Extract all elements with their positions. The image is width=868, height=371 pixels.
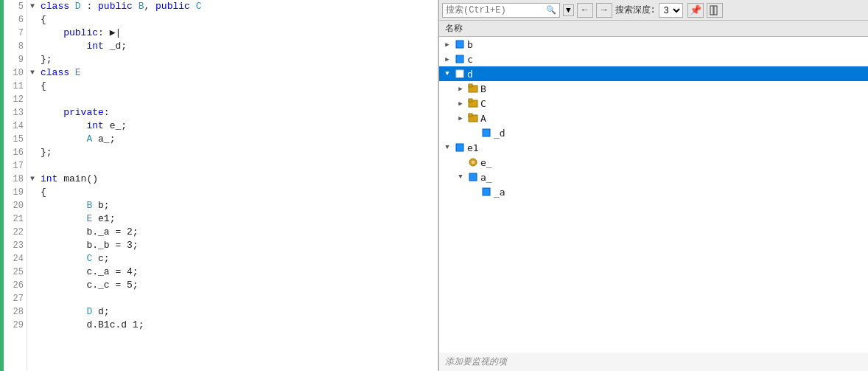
svg-rect-15 xyxy=(469,173,477,181)
tree-toggle[interactable]: ▶ xyxy=(455,113,466,123)
depth-label: 搜索深度: xyxy=(615,4,656,16)
svg-rect-8 xyxy=(469,99,472,102)
blue-cube-icon xyxy=(452,142,467,153)
line-number: 27 xyxy=(13,292,24,305)
code-line: c._c = 5; xyxy=(41,279,438,292)
code-line: D d; xyxy=(41,305,438,319)
tree-item[interactable]: _d xyxy=(439,125,868,140)
code-line: class D : public B, public C xyxy=(41,0,438,13)
tree-item-name: C xyxy=(480,98,486,109)
tree-item[interactable]: _a xyxy=(439,184,868,199)
fold-indicator[interactable]: ▼ xyxy=(30,66,35,80)
code-line: B b; xyxy=(41,199,438,212)
pin-button[interactable]: 📌 xyxy=(687,3,704,18)
tree-item[interactable]: ▼ d xyxy=(439,66,868,81)
svg-rect-2 xyxy=(456,41,463,48)
code-content: class D : public B, public C{ public: ▶|… xyxy=(38,0,438,371)
code-line: { xyxy=(41,13,438,27)
line-number: 25 xyxy=(13,266,24,279)
tree-item-name: e1 xyxy=(467,142,479,153)
line-number: 29 xyxy=(13,319,24,332)
line-number: 9 xyxy=(18,53,24,66)
columns-button[interactable] xyxy=(707,3,723,18)
tree-item[interactable]: e_ xyxy=(439,155,868,170)
tree-toggle[interactable]: ▼ xyxy=(442,142,452,153)
tree-toggle[interactable]: ▼ xyxy=(455,172,466,182)
line-number: 6 xyxy=(18,13,24,27)
code-line: b._a = 2; xyxy=(41,226,438,239)
code-line: }; xyxy=(41,146,438,159)
tree-toggle[interactable]: ▶ xyxy=(455,83,466,94)
tree-item-name: e_ xyxy=(480,157,492,168)
code-line: E e1; xyxy=(41,212,438,226)
gold-field-icon xyxy=(466,157,480,168)
tree-toggle[interactable]: ▼ xyxy=(442,69,452,79)
code-line: private: xyxy=(41,106,438,119)
blue-cube-icon xyxy=(452,69,467,80)
line-number: 22 xyxy=(13,226,24,239)
fold-indicator[interactable]: ▼ xyxy=(30,0,35,13)
code-line xyxy=(41,292,438,305)
line-number: 10 xyxy=(13,66,24,80)
svg-rect-10 xyxy=(469,114,472,117)
tree-toggle xyxy=(455,157,466,167)
search-box[interactable]: 🔍 xyxy=(442,3,560,18)
code-line: int e_; xyxy=(41,119,438,133)
code-line: C c; xyxy=(41,252,438,266)
code-line: class E xyxy=(41,66,438,80)
tree-item[interactable]: ▶ C xyxy=(439,96,868,111)
tree-item[interactable]: ▶ B xyxy=(439,81,868,96)
search-input[interactable] xyxy=(446,5,546,15)
line-number: 7 xyxy=(18,27,24,40)
search-dropdown-btn[interactable]: ▼ xyxy=(563,4,574,16)
tree-item-name: B xyxy=(480,83,486,94)
nav-forward-button[interactable]: → xyxy=(596,3,612,18)
tree-item[interactable]: ▶ c xyxy=(439,52,868,66)
tree-item-name: a_ xyxy=(480,172,492,183)
gold-class-icon xyxy=(466,98,480,109)
svg-rect-3 xyxy=(456,55,463,63)
tree-toggle xyxy=(469,128,479,138)
line-number: 23 xyxy=(13,239,24,252)
nav-back-button[interactable]: ← xyxy=(577,3,593,18)
watch-panel: 🔍 ▼ ← → 搜索深度: 3 1 2 4 5 📌 名称 ▶ b▶ c▼ xyxy=(438,0,868,371)
tree-toggle[interactable]: ▶ xyxy=(442,39,452,49)
line-number: 13 xyxy=(13,106,24,119)
tree-item[interactable]: ▶ b xyxy=(439,37,868,52)
svg-rect-6 xyxy=(469,84,472,87)
line-number: 8 xyxy=(18,40,24,53)
line-number: 11 xyxy=(13,80,24,93)
code-line: { xyxy=(41,186,438,199)
svg-rect-16 xyxy=(483,188,490,195)
tree-item-name: c xyxy=(467,54,473,65)
tree-panel[interactable]: ▶ b▶ c▼ d▶ B▶ C▶ A _d▼ e1 e_▼ a_ _a xyxy=(439,37,868,353)
tree-toggle[interactable]: ▶ xyxy=(442,54,452,64)
watch-toolbar: 🔍 ▼ ← → 搜索深度: 3 1 2 4 5 📌 xyxy=(439,0,868,21)
tree-item[interactable]: ▼ e1 xyxy=(439,140,868,155)
depth-select[interactable]: 3 1 2 4 5 xyxy=(659,3,683,18)
code-line xyxy=(41,159,438,173)
code-line: int main() xyxy=(41,173,438,186)
tree-item[interactable]: ▼ a_ xyxy=(439,170,868,184)
tree-item[interactable]: ▶ A xyxy=(439,111,868,125)
svg-rect-0 xyxy=(710,6,713,15)
code-line: public: ▶| xyxy=(41,27,438,40)
code-line xyxy=(41,93,438,106)
line-number: 17 xyxy=(13,159,24,173)
code-line: { xyxy=(41,80,438,93)
line-number: 12 xyxy=(13,93,24,106)
line-number: 28 xyxy=(13,305,24,319)
fold-indicator[interactable]: ▼ xyxy=(30,173,35,186)
svg-rect-4 xyxy=(456,70,463,77)
blue-cube-icon xyxy=(479,187,494,198)
add-watch-label[interactable]: 添加要监视的项 xyxy=(439,353,868,371)
blue-cube-icon xyxy=(466,172,480,183)
column-header: 名称 xyxy=(439,21,868,37)
code-line: }; xyxy=(41,53,438,66)
fold-gutter[interactable]: ▼▼▼ xyxy=(27,0,38,371)
tree-toggle[interactable]: ▶ xyxy=(455,98,466,108)
blue-cube-icon xyxy=(452,54,467,65)
line-number: 18 xyxy=(13,173,24,186)
svg-rect-14 xyxy=(472,161,475,164)
line-number: 14 xyxy=(13,119,24,133)
